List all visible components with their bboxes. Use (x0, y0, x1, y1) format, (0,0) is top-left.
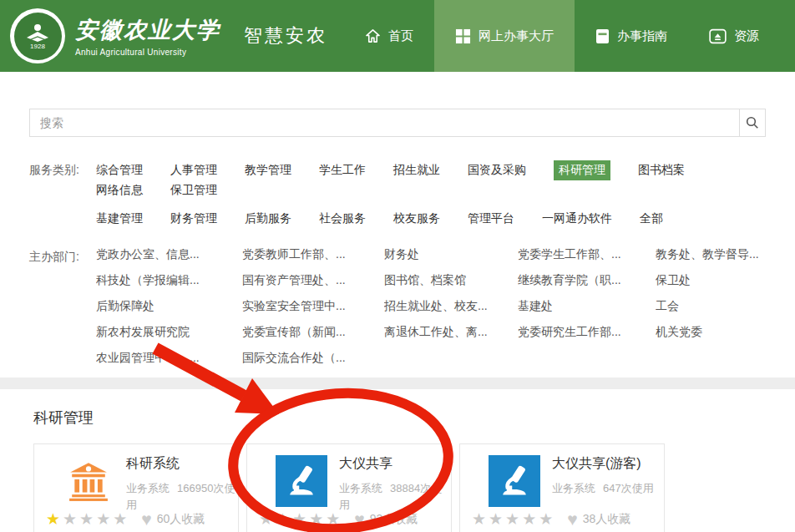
star-icon-empty[interactable]: ★ (292, 510, 309, 528)
department-link[interactable]: 党委宣传部（新闻... (242, 325, 384, 340)
category-link[interactable]: 校友服务 (393, 209, 440, 229)
department-link[interactable]: 国际交流合作处（... (242, 351, 384, 366)
favorite-count: 38人收藏 (583, 512, 631, 527)
category-list-row2: 基建管理财务管理后勤服务社会服务校友服务管理平台一网通办软件全部 (96, 209, 691, 229)
department-link[interactable]: 离退休工作处、离... (384, 325, 518, 340)
star-icon-empty[interactable]: ★ (79, 510, 96, 528)
nav-item-guide[interactable]: 办事指南 (575, 0, 688, 72)
star-icon-filled[interactable]: ★ (46, 510, 63, 528)
card-footer: ★★★★★ ♥ 60人收藏 (46, 509, 205, 529)
grid-icon (455, 28, 471, 44)
department-link (656, 351, 759, 366)
category-link[interactable]: 一网通办软件 (542, 209, 612, 229)
heart-icon[interactable]: ♥ (567, 510, 577, 528)
department-link[interactable]: 党委研究生工作部... (518, 325, 656, 340)
category-link[interactable]: 综合管理 (96, 160, 143, 180)
department-link[interactable]: 党委教师工作部、... (242, 247, 384, 262)
category-link[interactable]: 国资及采购 (468, 160, 526, 180)
category-link[interactable]: 教学管理 (245, 160, 291, 180)
nav-item-resources[interactable]: 资源 (688, 0, 780, 72)
university-name-cn: 安徽农业大学 (75, 15, 220, 45)
card-title[interactable]: 大仪共享(游客) (552, 455, 664, 473)
department-link[interactable]: 继续教育学院（职... (518, 273, 656, 288)
star-rating[interactable]: ★★★★★ (259, 509, 342, 529)
service-card[interactable]: 大仪共享(游客) 业务系统647次使用 ★★★★★ ♥ 38人收藏 (459, 443, 665, 532)
category-link[interactable]: 财务管理 (170, 209, 217, 229)
category-link[interactable]: 全部 (640, 209, 663, 229)
university-logo-emblem: 1928 (14, 13, 62, 60)
card-type-label: 业务系统 (126, 482, 170, 494)
department-link[interactable]: 财务处 (384, 247, 518, 262)
category-link[interactable]: 基建管理 (96, 209, 143, 229)
category-filter-label-spacer (29, 209, 96, 211)
service-card[interactable]: 科研系统 业务系统166950次使用 ★★★★★ ♥ 60人收藏 (33, 443, 239, 532)
category-filter-row2: 基建管理财务管理后勤服务社会服务校友服务管理平台一网通办软件全部 (29, 209, 778, 229)
star-rating[interactable]: ★★★★★ (46, 509, 129, 529)
department-link[interactable]: 实验室安全管理中... (242, 299, 384, 314)
card-usage-count: 647次使用 (603, 482, 654, 494)
nav-label: 资源 (734, 28, 759, 44)
star-icon-empty[interactable]: ★ (489, 510, 505, 528)
department-filter-row: 主办部门: 党政办公室、信息...党委教师工作部、...财务处党委学生工作部、.… (29, 247, 778, 366)
category-link[interactable]: 网络信息 (96, 180, 143, 200)
category-link[interactable]: 图书档案 (638, 160, 685, 180)
star-icon-empty[interactable]: ★ (63, 510, 79, 528)
department-link[interactable]: 科技处（学报编辑... (96, 273, 242, 288)
department-link[interactable]: 党政办公室、信息... (96, 247, 242, 262)
search-input[interactable] (30, 109, 739, 136)
star-icon-empty[interactable]: ★ (276, 510, 292, 528)
department-link[interactable]: 图书馆、档案馆 (384, 273, 518, 288)
section-divider (0, 377, 795, 389)
star-icon-empty[interactable]: ★ (259, 510, 276, 528)
department-link[interactable]: 后勤保障处 (96, 299, 242, 314)
card-footer: ★★★★★ ♥ 93人收藏 (259, 509, 418, 529)
category-link[interactable]: 社会服务 (319, 209, 366, 229)
category-link[interactable]: 后勤服务 (245, 209, 291, 229)
department-link[interactable]: 基建处 (518, 299, 656, 314)
category-link[interactable]: 招生就业 (393, 160, 440, 180)
card-title[interactable]: 大仪共享 (339, 455, 451, 473)
star-icon-empty[interactable]: ★ (309, 510, 326, 528)
results-section: 科研管理 科研系统 业务系统166950次使用 ★★★★★ ♥ 6 (0, 389, 795, 532)
star-icon-empty[interactable]: ★ (113, 510, 129, 528)
department-link[interactable]: 招生就业处、校友... (384, 299, 518, 314)
heart-icon[interactable]: ♥ (354, 510, 364, 528)
card-subtitle: 业务系统647次使用 (552, 480, 664, 497)
department-link[interactable]: 国有资产管理处、... (242, 273, 384, 288)
department-link[interactable]: 保卫处 (656, 273, 759, 288)
category-link[interactable]: 人事管理 (170, 160, 217, 180)
star-icon-empty[interactable]: ★ (326, 510, 342, 528)
category-link-selected[interactable]: 科研管理 (554, 160, 610, 180)
nav-item-home[interactable]: 首页 (344, 0, 434, 72)
star-icon-empty[interactable]: ★ (96, 510, 113, 528)
guide-icon (595, 28, 610, 44)
department-link[interactable]: 党委学生工作部、... (518, 247, 656, 262)
nav-item-service-hall[interactable]: 网上办事大厅 (434, 0, 575, 72)
service-card[interactable]: 大仪共享 业务系统38884次使用 ★★★★★ ♥ 93人收藏 (246, 443, 452, 532)
card-type-label: 业务系统 (339, 482, 382, 494)
category-link[interactable]: 学生工作 (319, 160, 366, 180)
heart-icon[interactable]: ♥ (141, 510, 151, 528)
card-type-label: 业务系统 (552, 482, 595, 494)
card-footer: ★★★★★ ♥ 38人收藏 (472, 509, 630, 529)
university-logo[interactable]: 1928 (10, 8, 65, 63)
search-bar (29, 109, 766, 137)
star-icon-empty[interactable]: ★ (522, 510, 539, 528)
department-link[interactable]: 教务处、教学督导... (656, 247, 759, 262)
department-link[interactable]: 农业园管理中心、... (96, 351, 242, 366)
card-title[interactable]: 科研系统 (126, 455, 238, 473)
category-filter-row: 服务类别: 综合管理人事管理教学管理学生工作招生就业国资及采购科研管理图书档案网… (29, 160, 778, 200)
category-list-row1: 综合管理人事管理教学管理学生工作招生就业国资及采购科研管理图书档案网络信息保卫管… (96, 160, 778, 200)
category-link[interactable]: 管理平台 (468, 209, 514, 229)
star-icon-empty[interactable]: ★ (505, 510, 522, 528)
star-rating[interactable]: ★★★★★ (472, 509, 555, 529)
nav-label: 首页 (388, 28, 413, 44)
search-button[interactable] (739, 109, 765, 136)
department-link[interactable]: 新农村发展研究院 (96, 325, 242, 340)
star-icon-empty[interactable]: ★ (472, 510, 489, 528)
category-link[interactable]: 保卫管理 (170, 180, 217, 200)
star-icon-empty[interactable]: ★ (539, 510, 555, 528)
department-link[interactable]: 工会 (656, 299, 759, 314)
portal-title: 智慧安农 (244, 23, 327, 48)
department-link[interactable]: 机关党委 (656, 325, 759, 340)
